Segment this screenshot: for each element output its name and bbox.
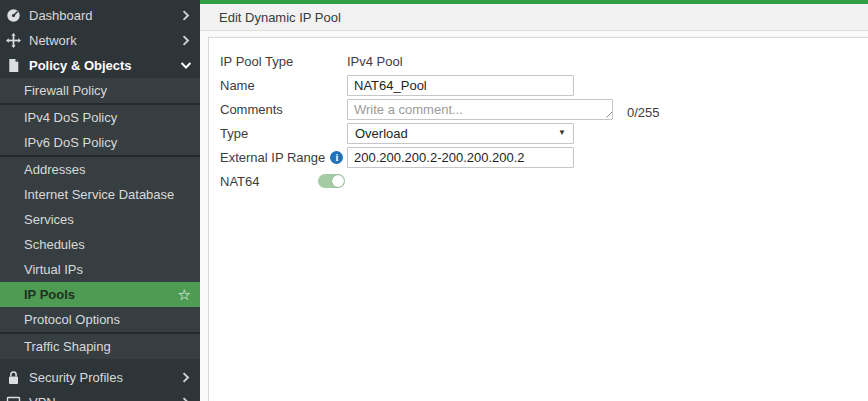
form-row-nat64: NAT64: [220, 169, 868, 193]
sidebar-item-label: Security Profiles: [29, 370, 182, 385]
sidebar-item-label: Policy & Objects: [29, 58, 182, 73]
sidebar-item-label: Schedules: [24, 237, 191, 252]
form-row-external-ip-range: External IP Range i: [220, 145, 868, 169]
form-row-ip-pool-type: IP Pool Type IPv4 Pool: [220, 49, 868, 73]
comments-label: Comments: [220, 102, 347, 117]
gauge-icon: [6, 8, 21, 23]
form-row-name: Name: [220, 73, 868, 97]
sidebar-item-label: IP Pools: [24, 287, 178, 302]
type-select[interactable]: Overload ▼: [347, 123, 574, 144]
chevron-right-icon: [182, 397, 191, 401]
sidebar-item-virtual-ips[interactable]: Virtual IPs: [0, 257, 200, 282]
comments-input[interactable]: [347, 99, 613, 120]
monitor-icon: [6, 395, 21, 401]
sidebar-item-label: Addresses: [24, 162, 191, 177]
arrows-move-icon: [6, 33, 21, 48]
sidebar-item-label: Dashboard: [29, 8, 182, 23]
sidebar: DashboardNetworkPolicy & ObjectsFirewall…: [0, 0, 200, 401]
document-icon: [6, 58, 21, 73]
info-icon[interactable]: i: [330, 151, 343, 164]
sidebar-item-label: Protocol Options: [24, 312, 191, 327]
sidebar-item-label: IPv6 DoS Policy: [24, 135, 191, 150]
toggle-knob: [332, 175, 344, 187]
sidebar-item-services[interactable]: Services: [0, 207, 200, 232]
sidebar-item-label: Virtual IPs: [24, 262, 191, 277]
external-ip-range-label-text: External IP Range: [220, 150, 325, 165]
sidebar-item-ipv4-dos-policy[interactable]: IPv4 DoS Policy: [0, 105, 200, 130]
name-label: Name: [220, 78, 347, 93]
sidebar-item-label: Network: [29, 33, 182, 48]
star-icon[interactable]: ☆: [178, 287, 191, 302]
chevron-down-icon: [182, 60, 191, 71]
lock-icon: [6, 370, 21, 385]
page-header: Edit Dynamic IP Pool: [200, 4, 868, 31]
sidebar-item-dashboard[interactable]: Dashboard: [0, 3, 200, 28]
edit-ip-pool-form-panel: IP Pool Type IPv4 Pool Name Comments 0/2…: [208, 37, 868, 401]
sidebar-item-addresses[interactable]: Addresses: [0, 157, 200, 182]
chevron-right-icon: [182, 35, 191, 46]
sidebar-item-internet-service-database[interactable]: Internet Service Database: [0, 182, 200, 207]
type-label: Type: [220, 126, 347, 141]
sidebar-item-ip-pools[interactable]: IP Pools☆: [0, 282, 200, 307]
sidebar-item-label: Services: [24, 212, 191, 227]
sidebar-item-network[interactable]: Network: [0, 28, 200, 53]
external-ip-range-label: External IP Range i: [220, 150, 347, 165]
sidebar-item-label: Internet Service Database: [24, 187, 191, 202]
sidebar-item-firewall-policy[interactable]: Firewall Policy: [0, 78, 200, 103]
form-row-type: Type Overload ▼: [220, 121, 868, 145]
sidebar-item-schedules[interactable]: Schedules: [0, 232, 200, 257]
chevron-down-icon: ▼: [558, 129, 566, 137]
external-ip-range-input[interactable]: [347, 147, 574, 168]
sidebar-item-traffic-shaping[interactable]: Traffic Shaping: [0, 334, 200, 359]
ip-pool-type-label: IP Pool Type: [220, 54, 347, 69]
type-select-value: Overload: [355, 126, 408, 141]
sidebar-item-protocol-options[interactable]: Protocol Options: [0, 307, 200, 332]
chevron-right-icon: [182, 372, 191, 383]
main-content: Edit Dynamic IP Pool IP Pool Type IPv4 P…: [200, 0, 868, 401]
comments-char-counter: 0/255: [627, 105, 660, 121]
sidebar-item-vpn[interactable]: VPN: [0, 390, 200, 401]
sidebar-item-policy-objects[interactable]: Policy & Objects: [0, 53, 200, 78]
ip-pool-type-value: IPv4 Pool: [347, 54, 403, 69]
sidebar-item-ipv6-dos-policy[interactable]: IPv6 DoS Policy: [0, 130, 200, 155]
page-title: Edit Dynamic IP Pool: [219, 10, 341, 25]
nat64-toggle[interactable]: [318, 174, 345, 188]
sidebar-item-label: Firewall Policy: [24, 83, 191, 98]
form-row-comments: Comments 0/255: [220, 97, 868, 121]
sidebar-item-label: VPN: [29, 395, 182, 401]
chevron-right-icon: [182, 10, 191, 21]
sidebar-item-label: Traffic Shaping: [24, 339, 191, 354]
name-input[interactable]: [347, 75, 574, 96]
comments-field-wrap: [347, 99, 613, 120]
sidebar-item-label: IPv4 DoS Policy: [24, 110, 191, 125]
sidebar-item-security-profiles[interactable]: Security Profiles: [0, 364, 200, 390]
